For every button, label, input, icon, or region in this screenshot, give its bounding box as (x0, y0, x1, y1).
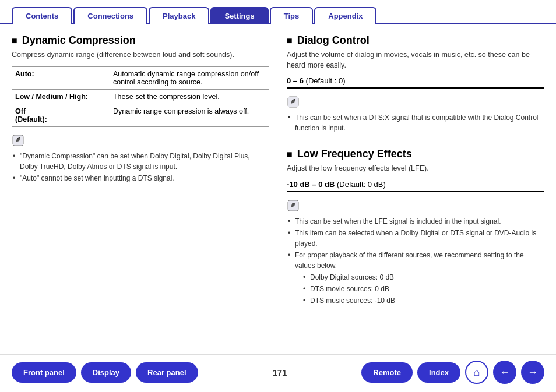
lfe-sub-notes: Dolby Digital sources: 0 dB DTS movie so… (302, 272, 544, 306)
note-item: "Dynamic Compression" can be set when Do… (12, 151, 269, 172)
note-item: This item can be selected when a Dolby D… (287, 228, 544, 249)
bottom-left-buttons: Front panel Display Rear panel (12, 362, 198, 383)
note-item: For proper playback of the different sou… (287, 250, 544, 306)
display-button[interactable]: Display (81, 362, 131, 383)
back-button[interactable]: ← (493, 361, 516, 384)
table-value: Dynamic range compression is always off. (110, 104, 269, 126)
table-key: Low / Medium / High: (12, 89, 110, 104)
dialog-control-notes: This can be set when a DTS:X signal that… (287, 112, 544, 133)
index-button[interactable]: Index (417, 362, 460, 383)
lfe-notes: This can be set when the LFE signal is i… (287, 216, 544, 306)
front-panel-button[interactable]: Front panel (12, 362, 76, 383)
table-row: Off (Default): Dynamic range compression… (12, 104, 269, 126)
dynamic-compression-table: Auto: Automatic dynamic range compressio… (12, 66, 269, 127)
section-divider (287, 142, 544, 142)
note-item: This can be set when the LFE signal is i… (287, 216, 544, 227)
table-row: Low / Medium / High: These set the compr… (12, 89, 269, 104)
forward-button[interactable]: → (521, 361, 544, 384)
remote-button[interactable]: Remote (361, 362, 413, 383)
bottom-right-buttons: Remote Index ⌂ ← → (361, 361, 544, 384)
note-item: Dolby Digital sources: 0 dB (302, 272, 544, 282)
table-key: Auto: (12, 66, 110, 89)
lfe-section: Low Frequency Effects Adjust the low fre… (287, 148, 544, 306)
note-item: DTS music sources: -10 dB (302, 295, 544, 306)
table-row: Auto: Automatic dynamic range compressio… (12, 66, 269, 89)
main-content: Dynamic Compression Compress dynamic ran… (0, 24, 556, 354)
lfe-subtitle: Adjust the low frequency effects level (… (287, 164, 544, 174)
tab-settings[interactable]: Settings (210, 7, 268, 24)
home-button[interactable]: ⌂ (465, 361, 488, 384)
dynamic-compression-notes: "Dynamic Compression" can be set when Do… (12, 151, 269, 183)
left-column: Dynamic Compression Compress dynamic ran… (12, 34, 269, 348)
nav-tabs: Contents Connections Playback Settings T… (0, 0, 556, 24)
tab-connections[interactable]: Connections (73, 7, 147, 24)
table-value: Automatic dynamic range compression on/o… (110, 66, 269, 89)
dialog-control-subtitle: Adjust the volume of dialog in movies, v… (287, 50, 544, 70)
tab-playback[interactable]: Playback (149, 7, 209, 24)
right-column: Dialog Control Adjust the volume of dial… (287, 34, 544, 348)
dialog-control-range: 0 – 6 (Default : 0) (287, 76, 544, 89)
dynamic-compression-title: Dynamic Compression (12, 34, 269, 47)
note-pencil-icon (12, 134, 24, 147)
table-value: These set the compression level. (110, 89, 269, 104)
lfe-note-pencil-icon (287, 199, 300, 212)
dialog-note-pencil-icon (287, 96, 300, 108)
dialog-control-title: Dialog Control (287, 34, 544, 47)
note-item: This can be set when a DTS:X signal that… (287, 112, 544, 133)
lfe-range: -10 dB – 0 dB (Default: 0 dB) (287, 180, 544, 192)
tab-contents[interactable]: Contents (12, 7, 72, 24)
page-number: 171 (272, 368, 287, 377)
bottom-bar: Front panel Display Rear panel 171 Remot… (0, 354, 556, 392)
dynamic-compression-subtitle: Compress dynamic range (difference betwe… (12, 50, 269, 61)
lfe-title: Low Frequency Effects (287, 148, 544, 160)
tab-appendix[interactable]: Appendix (314, 7, 376, 24)
rear-panel-button[interactable]: Rear panel (136, 362, 198, 383)
table-key: Off (Default): (12, 104, 110, 126)
tab-tips[interactable]: Tips (270, 7, 314, 24)
note-item: DTS movie sources: 0 dB (302, 284, 544, 294)
note-item: "Auto" cannot be set when inputting a DT… (12, 173, 269, 183)
dialog-control-section: Dialog Control Adjust the volume of dial… (287, 34, 544, 133)
